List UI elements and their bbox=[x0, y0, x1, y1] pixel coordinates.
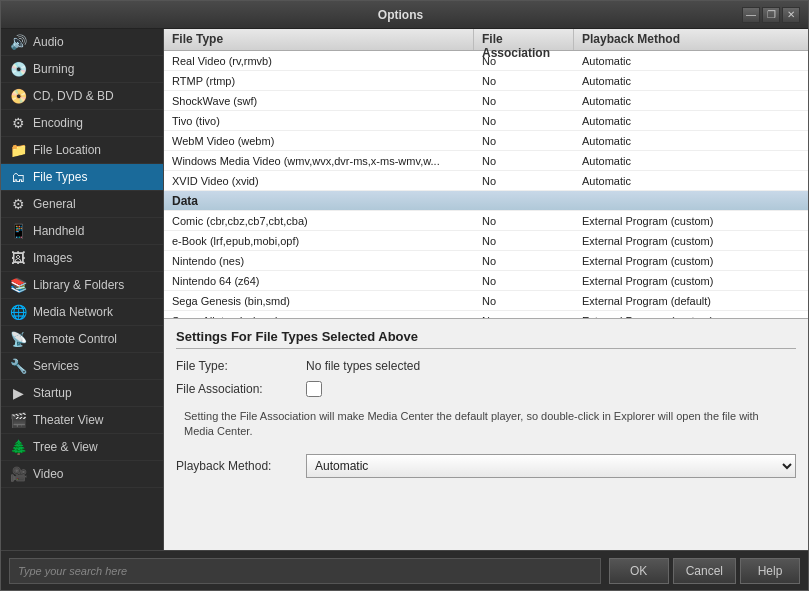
table-row[interactable]: WebM Video (webm)NoAutomatic bbox=[164, 131, 808, 151]
col-playback: External Program (default) bbox=[574, 293, 808, 309]
bottom-buttons: OK Cancel Help bbox=[609, 558, 800, 584]
table-row[interactable]: RTMP (rtmp)NoAutomatic bbox=[164, 71, 808, 91]
col-file-type: WebM Video (webm) bbox=[164, 133, 474, 149]
header-playback-method: Playback Method bbox=[574, 29, 808, 50]
sidebar-item-file-location[interactable]: 📁File Location bbox=[1, 137, 163, 164]
sidebar-label-theater-view: Theater View bbox=[33, 413, 103, 427]
table-row[interactable]: Windows Media Video (wmv,wvx,dvr-ms,x-ms… bbox=[164, 151, 808, 171]
header-file-association: File Association bbox=[474, 29, 574, 50]
restore-button[interactable]: ❐ bbox=[762, 7, 780, 23]
col-file-type: RTMP (rtmp) bbox=[164, 73, 474, 89]
handheld-icon: 📱 bbox=[9, 222, 27, 240]
col-playback bbox=[574, 199, 808, 203]
options-window: Options — ❐ ✕ 🔊Audio💿Burning📀CD, DVD & B… bbox=[0, 0, 809, 591]
sidebar-item-services[interactable]: 🔧Services bbox=[1, 353, 163, 380]
file-association-label: File Association: bbox=[176, 382, 306, 396]
file-list-header: File Type File Association Playback Meth… bbox=[164, 29, 808, 51]
bottom-bar: OK Cancel Help bbox=[1, 550, 808, 590]
table-row[interactable]: Sega Genesis (bin,smd)NoExternal Program… bbox=[164, 291, 808, 311]
table-row[interactable]: Real Video (rv,rmvb)NoAutomatic bbox=[164, 51, 808, 71]
burning-icon: 💿 bbox=[9, 60, 27, 78]
col-file-type: Nintendo (nes) bbox=[164, 253, 474, 269]
sidebar-label-file-location: File Location bbox=[33, 143, 101, 157]
col-file-type: ShockWave (swf) bbox=[164, 93, 474, 109]
startup-icon: ▶ bbox=[9, 384, 27, 402]
minimize-button[interactable]: — bbox=[742, 7, 760, 23]
col-assoc: No bbox=[474, 93, 574, 109]
sidebar-item-file-types[interactable]: 🗂File Types bbox=[1, 164, 163, 191]
table-row[interactable]: XVID Video (xvid)NoAutomatic bbox=[164, 171, 808, 191]
sidebar-item-remote-control[interactable]: 📡Remote Control bbox=[1, 326, 163, 353]
search-input[interactable] bbox=[9, 558, 601, 584]
audio-icon: 🔊 bbox=[9, 33, 27, 51]
sidebar-label-encoding: Encoding bbox=[33, 116, 83, 130]
table-row[interactable]: e-Book (lrf,epub,mobi,opf)NoExternal Pro… bbox=[164, 231, 808, 251]
sidebar-label-services: Services bbox=[33, 359, 79, 373]
col-playback: Automatic bbox=[574, 173, 808, 189]
sidebar-item-theater-view[interactable]: 🎬Theater View bbox=[1, 407, 163, 434]
library-folders-icon: 📚 bbox=[9, 276, 27, 294]
sidebar-item-cd-dvd-bd[interactable]: 📀CD, DVD & BD bbox=[1, 83, 163, 110]
category-header: Data bbox=[164, 191, 808, 211]
sidebar-label-media-network: Media Network bbox=[33, 305, 113, 319]
table-row[interactable]: Super Nintendo (smc)NoExternal Program (… bbox=[164, 311, 808, 318]
file-location-icon: 📁 bbox=[9, 141, 27, 159]
cancel-button[interactable]: Cancel bbox=[673, 558, 736, 584]
col-file-type: Windows Media Video (wmv,wvx,dvr-ms,x-ms… bbox=[164, 153, 474, 169]
sidebar-label-audio: Audio bbox=[33, 35, 64, 49]
sidebar-label-video: Video bbox=[33, 467, 63, 481]
playback-select[interactable]: AutomaticExternal Program (custom)Extern… bbox=[306, 454, 796, 478]
col-file-type: Real Video (rv,rmvb) bbox=[164, 53, 474, 69]
help-button[interactable]: Help bbox=[740, 558, 800, 584]
col-playback: Automatic bbox=[574, 113, 808, 129]
settings-title: Settings For File Types Selected Above bbox=[176, 329, 796, 349]
col-assoc bbox=[474, 199, 574, 203]
general-icon: ⚙ bbox=[9, 195, 27, 213]
sidebar-item-library-folders[interactable]: 📚Library & Folders bbox=[1, 272, 163, 299]
settings-panel: Settings For File Types Selected Above F… bbox=[164, 319, 808, 550]
col-playback: Automatic bbox=[574, 93, 808, 109]
col-assoc: No bbox=[474, 253, 574, 269]
sidebar-item-burning[interactable]: 💿Burning bbox=[1, 56, 163, 83]
table-row[interactable]: Tivo (tivo)NoAutomatic bbox=[164, 111, 808, 131]
col-assoc: No bbox=[474, 113, 574, 129]
table-row[interactable]: ShockWave (swf)NoAutomatic bbox=[164, 91, 808, 111]
file-association-checkbox[interactable] bbox=[306, 381, 322, 397]
col-file-type: XVID Video (xvid) bbox=[164, 173, 474, 189]
col-assoc: No bbox=[474, 293, 574, 309]
table-row[interactable]: Nintendo (nes)NoExternal Program (custom… bbox=[164, 251, 808, 271]
sidebar-item-audio[interactable]: 🔊Audio bbox=[1, 29, 163, 56]
col-playback: Automatic bbox=[574, 133, 808, 149]
window-title: Options bbox=[59, 8, 742, 22]
sidebar-item-encoding[interactable]: ⚙Encoding bbox=[1, 110, 163, 137]
col-playback: External Program (custom) bbox=[574, 213, 808, 229]
col-playback: External Program (custom) bbox=[574, 253, 808, 269]
sidebar-item-general[interactable]: ⚙General bbox=[1, 191, 163, 218]
col-assoc: No bbox=[474, 73, 574, 89]
sidebar-item-tree-view[interactable]: 🌲Tree & View bbox=[1, 434, 163, 461]
services-icon: 🔧 bbox=[9, 357, 27, 375]
col-assoc: No bbox=[474, 213, 574, 229]
sidebar-label-images: Images bbox=[33, 251, 72, 265]
col-playback: External Program (custom) bbox=[574, 273, 808, 289]
table-row[interactable]: Comic (cbr,cbz,cb7,cbt,cba)NoExternal Pr… bbox=[164, 211, 808, 231]
file-list-scroll[interactable]: Real Video (rv,rmvb)NoAutomaticRTMP (rtm… bbox=[164, 51, 808, 318]
col-file-type: Super Nintendo (smc) bbox=[164, 313, 474, 319]
sidebar-item-video[interactable]: 🎥Video bbox=[1, 461, 163, 488]
sidebar-item-media-network[interactable]: 🌐Media Network bbox=[1, 299, 163, 326]
col-playback: Automatic bbox=[574, 73, 808, 89]
sidebar-label-startup: Startup bbox=[33, 386, 72, 400]
file-list-container: File Type File Association Playback Meth… bbox=[164, 29, 808, 319]
sidebar-item-startup[interactable]: ▶Startup bbox=[1, 380, 163, 407]
table-row[interactable]: Nintendo 64 (z64)NoExternal Program (cus… bbox=[164, 271, 808, 291]
sidebar-item-handheld[interactable]: 📱Handheld bbox=[1, 218, 163, 245]
close-button[interactable]: ✕ bbox=[782, 7, 800, 23]
col-file-type: e-Book (lrf,epub,mobi,opf) bbox=[164, 233, 474, 249]
title-bar: Options — ❐ ✕ bbox=[1, 1, 808, 29]
window-controls: — ❐ ✕ bbox=[742, 7, 800, 23]
col-assoc: No bbox=[474, 233, 574, 249]
sidebar-item-images[interactable]: 🖼Images bbox=[1, 245, 163, 272]
sidebar-label-tree-view: Tree & View bbox=[33, 440, 98, 454]
ok-button[interactable]: OK bbox=[609, 558, 669, 584]
sidebar-label-burning: Burning bbox=[33, 62, 74, 76]
